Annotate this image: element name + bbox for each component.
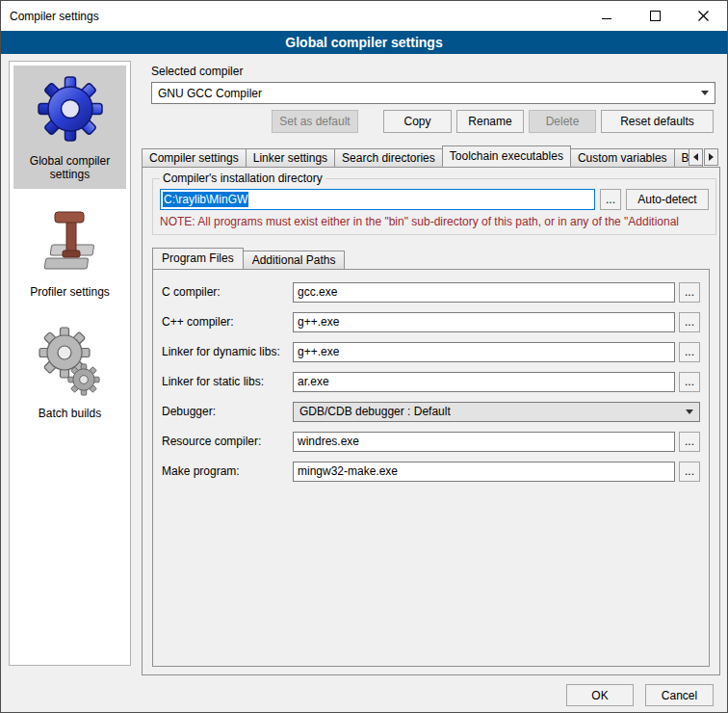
- make-program-label: Make program:: [162, 464, 293, 478]
- ok-button[interactable]: OK: [566, 684, 634, 706]
- compiler-select[interactable]: GNU GCC Compiler: [151, 82, 715, 104]
- delete-button: Delete: [529, 110, 596, 133]
- window-title: Compiler settings: [1, 10, 583, 23]
- debugger-select[interactable]: GDB/CDB debugger : Default: [293, 402, 700, 422]
- compiler-select-value: GNU GCC Compiler: [158, 87, 262, 100]
- cpp-compiler-browse-button[interactable]: ...: [679, 312, 700, 332]
- install-dir-browse-button[interactable]: ...: [600, 189, 621, 210]
- arrow-left-icon: [693, 153, 698, 161]
- gray-gears-icon: [36, 326, 105, 399]
- cpp-compiler-input[interactable]: [293, 312, 675, 332]
- subtab-program-files[interactable]: Program Files: [152, 248, 244, 269]
- form-row-dynamic-linker: Linker for dynamic libs: ...: [162, 341, 700, 362]
- c-compiler-input[interactable]: [293, 282, 675, 303]
- blue-gear-icon: [34, 71, 107, 146]
- subtab-additional-paths[interactable]: Additional Paths: [243, 251, 346, 269]
- cancel-button[interactable]: Cancel: [645, 684, 714, 706]
- form-row-make-program: Make program: ...: [162, 461, 700, 482]
- installation-directory-row: C:\raylib\MinGW ... Auto-detect: [160, 189, 709, 210]
- chevron-down-icon: [696, 84, 714, 102]
- form-row-c-compiler: C compiler: ...: [162, 281, 700, 303]
- sidebar-item-global-compiler-settings[interactable]: Global compiler settings: [13, 66, 126, 189]
- maximize-button[interactable]: [631, 1, 679, 31]
- maximize-icon: [650, 11, 661, 21]
- form-row-debugger: Debugger: GDB/CDB debugger : Default: [162, 401, 700, 422]
- install-dir-selected-text: C:\raylib\MinGW: [163, 192, 248, 207]
- dynamic-linker-label: Linker for dynamic libs:: [162, 345, 293, 358]
- cpp-compiler-label: C++ compiler:: [162, 315, 293, 329]
- chevron-down-icon: [681, 404, 698, 420]
- install-dir-input[interactable]: C:\raylib\MinGW: [160, 189, 595, 210]
- static-linker-input[interactable]: [293, 372, 675, 392]
- tab-custom-variables[interactable]: Custom variables: [570, 148, 675, 167]
- arrow-right-icon: [709, 153, 714, 161]
- form-row-static-linker: Linker for static libs: ...: [162, 371, 700, 392]
- compiler-actions: Set as default Copy Rename Delete Reset …: [151, 110, 715, 133]
- dynamic-linker-input[interactable]: [293, 342, 675, 362]
- installation-directory-label: Compiler's installation directory: [160, 172, 325, 185]
- close-icon: [698, 11, 709, 21]
- dynamic-linker-browse-button[interactable]: ...: [679, 342, 700, 362]
- reset-defaults-button[interactable]: Reset defaults: [601, 110, 714, 133]
- titlebar: Compiler settings: [1, 1, 727, 31]
- tab-linker-settings[interactable]: Linker settings: [246, 148, 335, 167]
- sidebar-item-profiler-settings[interactable]: Profiler settings: [13, 202, 126, 306]
- selected-compiler-label: Selected compiler: [151, 65, 243, 78]
- set-as-default-button: Set as default: [272, 110, 358, 133]
- resource-compiler-input[interactable]: [293, 432, 675, 452]
- make-program-browse-button[interactable]: ...: [679, 462, 700, 482]
- window-controls: [583, 1, 727, 31]
- tab-scroll-arrows: [689, 148, 718, 166]
- form-row-resource-compiler: Resource compiler: ...: [162, 431, 700, 452]
- rename-button[interactable]: Rename: [456, 110, 524, 133]
- static-linker-browse-button[interactable]: ...: [679, 372, 700, 392]
- minimize-button[interactable]: [583, 1, 631, 31]
- sidebar: Global compiler settings Profiler settin…: [9, 61, 131, 666]
- close-button[interactable]: [679, 1, 727, 31]
- tab-toolchain-executables[interactable]: Toolchain executables: [442, 145, 571, 167]
- settings-tabbar: Compiler settings Linker settings Search…: [142, 145, 720, 167]
- sidebar-item-batch-builds[interactable]: Batch builds: [13, 320, 126, 428]
- tab-scroll-right-button[interactable]: [704, 148, 718, 166]
- resource-compiler-label: Resource compiler:: [162, 435, 293, 448]
- dialog-footer: OK Cancel: [1, 680, 728, 712]
- c-compiler-label: C compiler:: [162, 285, 293, 299]
- form-row-cpp-compiler: C++ compiler: ...: [162, 311, 700, 332]
- tab-search-directories[interactable]: Search directories: [334, 148, 443, 167]
- c-compiler-browse-button[interactable]: ...: [679, 282, 700, 303]
- page-title: Global compiler settings: [1, 31, 727, 54]
- minimize-icon: [602, 11, 612, 21]
- make-program-input[interactable]: [293, 462, 675, 482]
- sidebar-item-label: Profiler settings: [15, 285, 124, 299]
- main-panel: Selected compiler GNU GCC Compiler Set a…: [141, 61, 721, 682]
- tab-scroll-left-button[interactable]: [689, 148, 703, 166]
- program-subtabbar: Program Files Additional Paths: [152, 248, 344, 269]
- toolchain-executables-panel: Compiler's installation directory C:\ray…: [142, 167, 720, 675]
- installation-directory-group: Compiler's installation directory C:\ray…: [152, 172, 716, 235]
- sidebar-item-label: Global compiler settings: [15, 154, 124, 181]
- static-linker-label: Linker for static libs:: [162, 375, 293, 388]
- sidebar-item-label: Batch builds: [15, 407, 124, 420]
- debugger-select-value: GDB/CDB debugger : Default: [299, 405, 451, 418]
- compiler-settings-window: Compiler settings Global compiler settin…: [0, 0, 728, 713]
- profiler-tool-icon: [39, 208, 101, 277]
- tab-compiler-settings[interactable]: Compiler settings: [142, 148, 247, 167]
- autodetect-button[interactable]: Auto-detect: [626, 189, 709, 210]
- copy-button[interactable]: Copy: [383, 110, 452, 133]
- program-files-panel: C compiler: ... C++ compiler: ... Linker…: [152, 269, 710, 667]
- install-dir-note: NOTE: All programs must exist either in …: [160, 215, 709, 228]
- resource-compiler-browse-button[interactable]: ...: [679, 432, 700, 452]
- debugger-label: Debugger:: [162, 405, 293, 418]
